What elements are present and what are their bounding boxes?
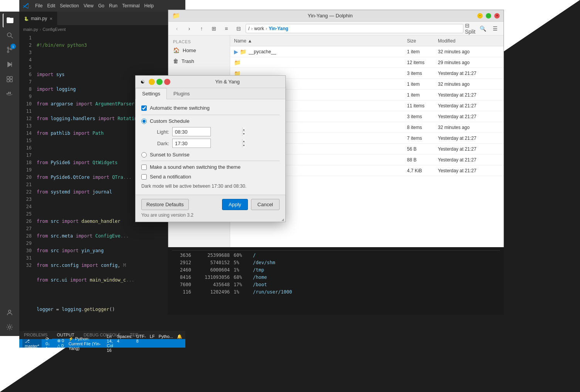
dialog-action-buttons: Apply Cancel: [222, 199, 280, 210]
vscode-logo: [23, 3, 29, 9]
dolphin-minimize-btn[interactable]: −: [477, 13, 483, 19]
dolphin-maximize-btn[interactable]: □: [486, 13, 491, 19]
custom-schedule-radio[interactable]: [141, 119, 147, 124]
disk-mount-2: /dev/shm: [253, 259, 330, 266]
menu-edit[interactable]: Edit: [47, 3, 55, 8]
bc-work: work: [254, 26, 264, 31]
vscode-titlebar: File Edit Selection View Go Run Terminal…: [19, 0, 185, 12]
auto-switch-label: Automatic theme switching: [150, 105, 210, 111]
up-btn[interactable]: ↑: [196, 23, 207, 34]
places-header: Places: [168, 39, 230, 45]
light-time-input-wrapper: ▲ ▼: [172, 127, 211, 136]
disk-pct-1: 60%: [234, 252, 253, 259]
split-btn[interactable]: ⊟ Split: [465, 23, 476, 34]
python-status[interactable]: ⚡ Python: Current File (Yin-Yang): [68, 336, 102, 351]
filesize: 1 item: [407, 81, 438, 87]
sidebar-icon-git[interactable]: 1: [3, 43, 17, 57]
sunset-sunrise-row: Sunset to Sunrise: [141, 152, 280, 158]
light-time-up-btn[interactable]: ▲: [243, 127, 245, 132]
back-btn[interactable]: ‹: [171, 23, 182, 34]
vscode-menu: File Edit Selection View Go Run Terminal…: [35, 3, 154, 8]
tab-filename: main.py: [31, 16, 47, 21]
menu-btn[interactable]: ☰: [490, 23, 500, 34]
menu-file[interactable]: File: [35, 3, 42, 8]
menu-terminal[interactable]: Terminal: [122, 3, 139, 8]
sunset-sunrise-radio[interactable]: [141, 152, 147, 158]
svg-point-19: [8, 326, 11, 328]
light-label: Light:: [150, 129, 169, 135]
filemodified: Yesterday at 21:27: [438, 157, 500, 163]
sidebar-icon-docker[interactable]: [3, 87, 17, 101]
tab-main-py[interactable]: 🐍 main.py ✕: [19, 12, 57, 25]
icon-view-btn[interactable]: ⊞: [209, 23, 219, 34]
columns-view-btn[interactable]: ⊟: [233, 23, 244, 34]
dark-time-input[interactable]: [173, 139, 242, 148]
menu-view[interactable]: View: [83, 3, 93, 8]
notification-icon[interactable]: 🔔: [177, 334, 182, 353]
menu-run[interactable]: Run: [109, 3, 117, 8]
detail-view-btn[interactable]: ≡: [221, 23, 232, 34]
sidebar-icon-account[interactable]: [3, 305, 17, 319]
col-name[interactable]: Name ▲: [234, 38, 407, 44]
yin-yang-dialog[interactable]: ☯ − □ ✕ Yin & Yang Settings Plugins Auto…: [135, 75, 286, 222]
place-trash[interactable]: 🗑 Trash: [168, 56, 230, 66]
sidebar-icon-settings[interactable]: [3, 320, 17, 334]
col-size[interactable]: Size: [407, 38, 438, 44]
filemodified: 32 minutes ago: [438, 125, 500, 130]
auto-switch-checkbox[interactable]: [141, 105, 147, 111]
dolphin-folder-icon: 📁: [172, 12, 180, 19]
sidebar-icon-extensions[interactable]: [3, 72, 17, 86]
tab-close-icon[interactable]: ✕: [49, 17, 53, 21]
filesize: 56 B: [407, 146, 438, 152]
separator-2: [141, 161, 280, 161]
bc-root: /: [248, 26, 249, 31]
filesize: 4,7 KiB: [407, 168, 438, 173]
dark-time-down-btn[interactable]: ▼: [243, 143, 245, 148]
error-status[interactable]: ⊗ 0 △ 0: [57, 338, 65, 348]
tab-settings[interactable]: Settings: [136, 88, 167, 99]
send-notification-checkbox[interactable]: [141, 174, 147, 180]
forward-btn[interactable]: ›: [184, 23, 195, 34]
language-info[interactable]: Pytho...: [159, 334, 173, 353]
search-btn[interactable]: 🔍: [477, 23, 488, 34]
disk-used-4: 8416: [172, 274, 195, 281]
light-time-down-btn[interactable]: ▼: [243, 132, 245, 136]
dolphin-breadcrumb[interactable]: / › work › Yin-Yang: [246, 24, 463, 33]
dialog-resize-handle[interactable]: ◢: [282, 218, 285, 222]
dark-label: Dark:: [150, 141, 169, 146]
menu-help[interactable]: Help: [144, 3, 154, 8]
filesize: 11 items: [407, 103, 438, 109]
place-home[interactable]: 🏠 Home: [168, 45, 230, 56]
dark-time-up-btn[interactable]: ▲: [243, 139, 245, 143]
tab-plugins[interactable]: Plugins: [167, 88, 197, 99]
place-trash-label: Trash: [181, 58, 194, 64]
git-status[interactable]: ⎇ master*: [22, 339, 42, 348]
file-row-2[interactable]: 📁 12 items 29 minutes ago: [230, 57, 504, 68]
dialog-maximize-btn[interactable]: □: [156, 79, 163, 85]
dialog-title: Yin & Yang: [173, 79, 282, 85]
custom-schedule-label: Custom Schedule: [150, 118, 190, 124]
line-numbers: 12345 678910 1112131415 1617181920 21222…: [19, 34, 35, 331]
col-modified[interactable]: Modified: [438, 38, 500, 44]
dialog-close-btn[interactable]: ✕: [164, 79, 170, 85]
disk-mount-3: /tmp: [253, 266, 330, 274]
sidebar-icon-run[interactable]: [3, 58, 17, 71]
sidebar-icon-search[interactable]: [3, 28, 17, 42]
make-sound-label: Make a sound when switching the theme: [150, 164, 241, 170]
dolphin-close-btn[interactable]: ✕: [494, 13, 500, 19]
restore-defaults-btn[interactable]: Restore Defaults: [141, 199, 189, 210]
auto-switch-row: Automatic theme switching: [141, 105, 280, 111]
menu-selection[interactable]: Selection: [60, 3, 79, 8]
apply-btn[interactable]: Apply: [222, 199, 248, 210]
schedule-grid: Light: ▲ ▼ Dark: ▲ ▼: [150, 127, 280, 148]
dialog-minimize-btn[interactable]: −: [149, 79, 155, 85]
cancel-btn[interactable]: Cancel: [251, 199, 280, 210]
send-notification-label: Send a notification: [150, 174, 191, 180]
file-row-pycache[interactable]: ▶ 📁 __pycache__ 1 item 32 minutes ago: [230, 46, 504, 57]
make-sound-checkbox[interactable]: [141, 165, 147, 170]
menu-go[interactable]: Go: [98, 3, 104, 8]
yin-yang-logo: ☯: [139, 79, 146, 85]
light-time-input[interactable]: [173, 128, 242, 136]
sync-status[interactable]: ⟳ 0↓ 1↑: [46, 336, 53, 351]
sidebar-icon-explorer[interactable]: [3, 14, 17, 27]
